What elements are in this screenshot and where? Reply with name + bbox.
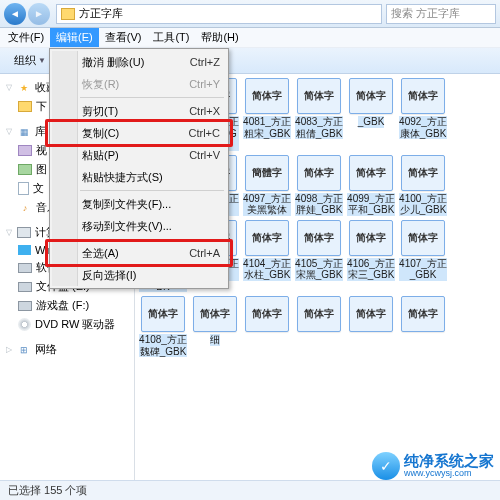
menu-item-label: 恢复(R) bbox=[82, 77, 189, 92]
file-thumbnail: 简体字 bbox=[349, 155, 393, 191]
menu-item-label: 全选(A) bbox=[82, 246, 189, 261]
menu-item[interactable]: 反向选择(I) bbox=[52, 264, 226, 286]
back-button[interactable]: ◄ bbox=[4, 3, 26, 25]
sidebar-item[interactable]: 游戏盘 (F:) bbox=[0, 296, 134, 315]
drive-icon bbox=[18, 282, 32, 292]
address-path: 方正字库 bbox=[79, 6, 123, 21]
file-thumbnail: 简体字 bbox=[401, 296, 445, 332]
drive-icon bbox=[18, 245, 31, 255]
file-item[interactable]: 简体字4083_方正粗倩_GBK bbox=[295, 78, 343, 151]
file-thumbnail: 简体字 bbox=[297, 155, 341, 191]
menu-separator bbox=[80, 97, 224, 98]
file-item[interactable]: 简体字4099_方正平和_GBK bbox=[347, 155, 395, 216]
sidebar-network[interactable]: ▷⊞网络 bbox=[0, 340, 134, 359]
file-item[interactable]: 简体字4105_方正宋黑_GBK bbox=[295, 220, 343, 293]
file-thumbnail: 简体字 bbox=[193, 296, 237, 332]
file-item[interactable]: 简体字4081_方正粗宋_GBK bbox=[243, 78, 291, 151]
menu-item: 恢复(R)Ctrl+Y bbox=[52, 73, 226, 95]
menu-item[interactable]: 粘贴(P)Ctrl+V bbox=[52, 144, 226, 166]
folder-icon bbox=[61, 8, 75, 20]
address-bar[interactable]: 方正字库 bbox=[56, 4, 382, 24]
edit-menu-dropdown: 撤消 删除(U)Ctrl+Z恢复(R)Ctrl+Y剪切(T)Ctrl+X复制(C… bbox=[49, 48, 229, 289]
file-item[interactable]: 简体字4107_方正_GBK bbox=[399, 220, 447, 293]
file-name: 4104_方正水柱_GBK bbox=[243, 258, 291, 281]
menu-item-shortcut: Ctrl+A bbox=[189, 247, 220, 259]
menu-item-label: 剪切(T) bbox=[82, 104, 189, 119]
file-name: 4083_方正粗倩_GBK bbox=[295, 116, 343, 139]
file-item[interactable]: 簡體字4097_方正美黑繁体 bbox=[243, 155, 291, 216]
library-icon: ▦ bbox=[17, 125, 31, 139]
file-thumbnail: 简体字 bbox=[401, 78, 445, 114]
file-name: 4098_方正胖娃_GBK bbox=[295, 193, 343, 216]
sidebar-item[interactable]: DVD RW 驱动器 bbox=[0, 315, 134, 334]
menu-item[interactable]: 复制(C)Ctrl+C bbox=[52, 122, 226, 144]
file-name: 4107_方正_GBK bbox=[399, 258, 447, 281]
menu-item[interactable]: 全选(A)Ctrl+A bbox=[52, 242, 226, 264]
menu-tools[interactable]: 工具(T) bbox=[147, 28, 195, 47]
file-thumbnail: 简体字 bbox=[349, 78, 393, 114]
file-name: 4097_方正美黑繁体 bbox=[243, 193, 291, 216]
file-name: 4081_方正粗宋_GBK bbox=[243, 116, 291, 139]
menu-item[interactable]: 复制到文件夹(F)... bbox=[52, 193, 226, 215]
menu-bar: 文件(F) 编辑(E) 查看(V) 工具(T) 帮助(H) bbox=[0, 28, 500, 48]
file-name: 4105_方正宋黑_GBK bbox=[295, 258, 343, 281]
file-thumbnail: 简体字 bbox=[141, 296, 185, 332]
file-item[interactable]: 简体字_GBK bbox=[347, 78, 395, 151]
forward-button[interactable]: ► bbox=[28, 3, 50, 25]
file-item[interactable]: 简体字 bbox=[347, 296, 395, 357]
menu-item[interactable]: 撤消 删除(U)Ctrl+Z bbox=[52, 51, 226, 73]
watermark-icon: ✓ bbox=[372, 452, 400, 480]
menu-item-label: 撤消 删除(U) bbox=[82, 55, 190, 70]
file-item[interactable]: 简体字4100_方正少儿_GBK bbox=[399, 155, 447, 216]
file-name: 4108_方正魏碑_GBK bbox=[139, 334, 187, 357]
menu-item-label: 粘贴快捷方式(S) bbox=[82, 170, 220, 185]
file-item[interactable]: 简体字4108_方正魏碑_GBK bbox=[139, 296, 187, 357]
file-name: 4106_方正宋三_GBK bbox=[347, 258, 395, 281]
file-item[interactable]: 简体字 bbox=[243, 296, 291, 357]
watermark-title: 纯净系统之家 bbox=[404, 453, 494, 470]
menu-view[interactable]: 查看(V) bbox=[99, 28, 148, 47]
menu-item-shortcut: Ctrl+C bbox=[189, 127, 220, 139]
file-item[interactable]: 简体字 bbox=[399, 296, 447, 357]
file-item[interactable]: 简体字 bbox=[295, 296, 343, 357]
menu-item-label: 复制(C) bbox=[82, 126, 189, 141]
menu-item[interactable]: 粘贴快捷方式(S) bbox=[52, 166, 226, 188]
file-name: 4100_方正少儿_GBK bbox=[399, 193, 447, 216]
menu-item-label: 粘贴(P) bbox=[82, 148, 189, 163]
menu-item-shortcut: Ctrl+Z bbox=[190, 56, 220, 68]
menu-item-label: 反向选择(I) bbox=[82, 268, 220, 283]
menu-item[interactable]: 移动到文件夹(V)... bbox=[52, 215, 226, 237]
file-thumbnail: 简体字 bbox=[297, 296, 341, 332]
search-box[interactable]: 搜索 方正字库 bbox=[386, 4, 496, 24]
menu-item[interactable]: 剪切(T)Ctrl+X bbox=[52, 100, 226, 122]
file-item[interactable]: 简体字4098_方正胖娃_GBK bbox=[295, 155, 343, 216]
menu-file[interactable]: 文件(F) bbox=[2, 28, 50, 47]
title-bar: ◄ ► 方正字库 搜索 方正字库 bbox=[0, 0, 500, 28]
file-thumbnail: 简体字 bbox=[349, 220, 393, 256]
drive-icon bbox=[18, 301, 32, 311]
file-item[interactable]: 简体字细 bbox=[191, 296, 239, 357]
music-icon: ♪ bbox=[18, 201, 32, 215]
menu-item-label: 移动到文件夹(V)... bbox=[82, 219, 220, 234]
menu-edit[interactable]: 编辑(E) bbox=[50, 28, 99, 47]
file-name: _GBK bbox=[358, 116, 385, 128]
file-name: 4099_方正平和_GBK bbox=[347, 193, 395, 216]
organize-button[interactable]: 组织▼ bbox=[6, 53, 54, 68]
file-item[interactable]: 简体字4092_方正康体_GBK bbox=[399, 78, 447, 151]
file-thumbnail: 简体字 bbox=[297, 78, 341, 114]
folder-icon bbox=[18, 101, 32, 112]
menu-item-shortcut: Ctrl+Y bbox=[189, 78, 220, 90]
menu-item-shortcut: Ctrl+X bbox=[189, 105, 220, 117]
computer-icon bbox=[17, 227, 31, 238]
file-item[interactable]: 简体字4104_方正水柱_GBK bbox=[243, 220, 291, 293]
drive-icon bbox=[18, 263, 32, 273]
file-thumbnail: 简体字 bbox=[245, 296, 289, 332]
network-icon: ⊞ bbox=[17, 343, 31, 357]
file-thumbnail: 简体字 bbox=[401, 220, 445, 256]
file-thumbnail: 简体字 bbox=[245, 78, 289, 114]
watermark: ✓ 纯净系统之家 www.ycwysj.com bbox=[372, 452, 494, 480]
file-thumbnail: 簡體字 bbox=[245, 155, 289, 191]
document-icon bbox=[18, 182, 29, 195]
file-item[interactable]: 简体字4106_方正宋三_GBK bbox=[347, 220, 395, 293]
menu-help[interactable]: 帮助(H) bbox=[195, 28, 244, 47]
